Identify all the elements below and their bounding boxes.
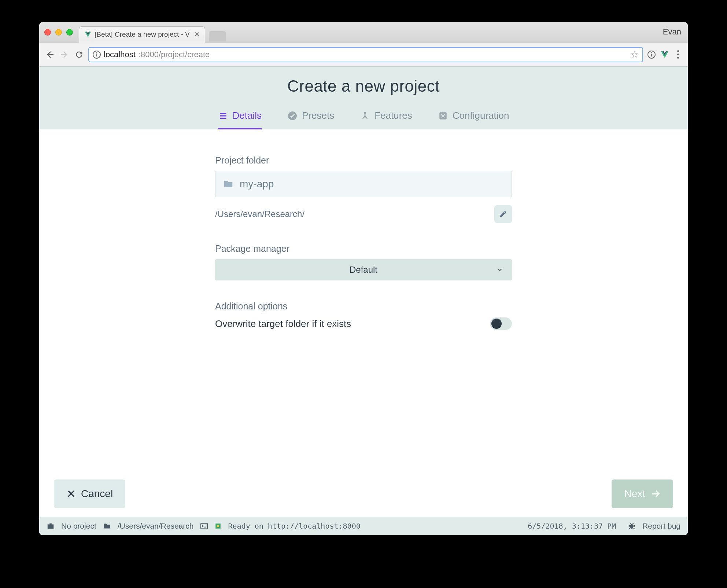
package-manager-label: Package manager [215,243,512,254]
next-label: Next [624,488,645,500]
additional-options-label: Additional options [215,301,512,312]
tab-label: Features [374,110,412,121]
svg-point-9 [217,525,219,527]
vue-favicon-icon [84,31,92,38]
back-button[interactable] [44,49,55,60]
close-icon [66,489,76,499]
close-tab-icon[interactable]: ✕ [194,30,200,38]
gear-icon [438,111,448,121]
browser-window: [Beta] Create a new project - V ✕ Evan i… [39,22,688,535]
folder-icon [103,522,111,530]
close-window-button[interactable] [44,29,51,36]
tab-details[interactable]: Details [218,110,262,129]
url-host: localhost [104,50,136,59]
reload-button[interactable] [74,49,85,60]
cwd-label[interactable]: /Users/evan/Research [118,522,194,530]
tab-configuration[interactable]: Configuration [438,110,509,129]
package-manager-select[interactable]: Default [215,259,512,280]
tab-features[interactable]: Features [360,110,412,129]
toggle-knob [491,319,502,329]
tab-title: [Beta] Create a new project - V [95,30,190,38]
browser-toolbar: i localhost:8000/project/create ☆ [39,43,688,67]
edit-path-button[interactable] [494,205,512,223]
profile-name[interactable]: Evan [663,27,681,37]
base-path: /Users/evan/Research/ [215,209,491,219]
app-content: Create a new project Details Presets [39,67,688,535]
window-controls [44,29,73,36]
list-icon [218,111,228,121]
svg-rect-1 [651,54,652,56]
next-button[interactable]: Next [612,479,673,508]
new-tab-button[interactable] [209,31,226,41]
tab-label: Configuration [453,110,509,121]
bug-icon [628,522,636,530]
overwrite-option-label: Overwrite target folder if it exists [215,318,351,330]
briefcase-icon [47,522,55,530]
svg-point-10 [630,524,634,529]
project-folder-input[interactable] [240,178,504,190]
maximize-window-button[interactable] [66,29,73,36]
site-info-icon[interactable]: i [93,51,101,59]
status-bar: No project /Users/evan/Research Ready on… [39,517,688,535]
tab-label: Details [233,110,262,121]
status-dot-icon [215,523,221,529]
page-title: Create a new project [39,77,688,95]
ready-label: Ready on http://localhost:8000 [228,522,360,530]
titlebar: [Beta] Create a new project - V ✕ Evan [39,22,688,43]
timestamp: 6/5/2018, 3:13:37 PM [528,522,616,530]
project-folder-input-wrap[interactable] [215,171,512,197]
info-icon[interactable] [647,50,656,59]
forward-button[interactable] [59,49,70,60]
tab-presets[interactable]: Presets [287,110,334,129]
wizard-tabs: Details Presets Features [39,110,688,129]
cancel-label: Cancel [81,488,113,500]
check-circle-icon [287,111,298,121]
bookmark-icon[interactable]: ☆ [631,49,639,60]
arrow-right-icon [650,489,661,499]
overwrite-toggle[interactable] [490,317,512,330]
terminal-icon[interactable] [200,522,208,530]
browser-menu-button[interactable] [673,50,683,59]
svg-rect-7 [201,523,207,529]
folder-icon [223,179,234,190]
package-manager-value: Default [350,265,377,275]
vue-extension-icon[interactable] [660,50,669,59]
svg-point-6 [442,114,444,117]
minimize-window-button[interactable] [55,29,62,36]
form-area: Project folder /Users/evan/Research/ Pac… [39,129,688,471]
report-bug-link[interactable]: Report bug [642,522,680,530]
footer-actions: Cancel Next [39,471,688,517]
browser-tab[interactable]: [Beta] Create a new project - V ✕ [79,26,205,43]
chevron-down-icon [497,267,503,273]
svg-point-4 [364,112,366,114]
project-folder-label: Project folder [215,155,512,166]
address-bar[interactable]: i localhost:8000/project/create ☆ [88,47,643,62]
cancel-button[interactable]: Cancel [54,479,125,508]
no-project-label: No project [61,522,96,530]
app-header: Create a new project Details Presets [39,67,688,129]
url-path: :8000/project/create [139,50,210,59]
tab-label: Presets [302,110,334,121]
merge-icon [360,111,370,121]
svg-point-2 [651,52,652,53]
